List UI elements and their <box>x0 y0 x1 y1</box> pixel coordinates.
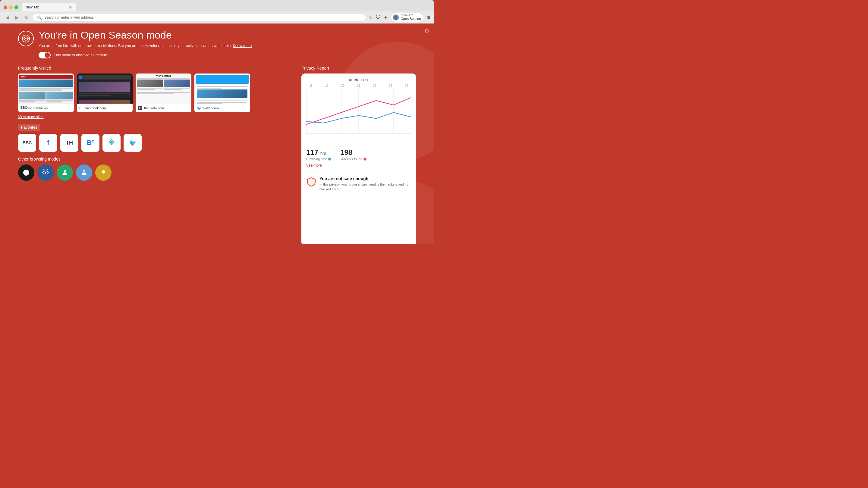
browsing-dot <box>328 158 331 161</box>
shield-icon[interactable]: 🛡 <box>376 15 381 20</box>
favorite-twitter[interactable]: 🐦 <box>124 134 142 152</box>
left-column: Frequently visited BBC <box>18 66 292 238</box>
nav-bar: ◀ ▶ ↻ 🔍 ☆ 🛡 ✦ 👤 DEFAULT Open Season ≡ <box>0 11 434 24</box>
tab-close-button[interactable]: ✕ <box>69 5 72 10</box>
site-card-footer-facebook: f facebook.com <box>77 104 133 112</box>
privacy-report-heading: Privacy Report <box>301 66 416 70</box>
mode-icons <box>18 164 292 181</box>
safety-warning: You are not safe enough In this privacy,… <box>306 172 411 192</box>
site-card-thumb-facebook <box>77 73 133 104</box>
close-button[interactable] <box>4 5 7 9</box>
trackers-value: 198 <box>340 148 367 157</box>
bbc-favicon: BBC <box>21 106 25 110</box>
chart-container: APRIL 2021 18 19 20 21 22 23 24 <box>306 78 411 144</box>
svg-point-8 <box>64 170 66 173</box>
mode-icon <box>18 31 34 46</box>
header-text: You're in Open Season mode You are a fre… <box>38 30 252 59</box>
two-column-layout: Frequently visited BBC <box>18 66 416 238</box>
chart-month: APRIL 2021 <box>306 78 411 82</box>
twitter-favicon: 🐦 <box>197 106 201 110</box>
twitter-thumbnail <box>194 73 250 104</box>
warning-text: In this privacy, your browser can idendi… <box>319 182 411 192</box>
mode-safe-button[interactable] <box>57 164 73 181</box>
bbc-thumbnail: BBC <box>18 73 74 104</box>
mode-title: You're in Open Season mode <box>38 30 252 41</box>
menu-button[interactable]: ≡ <box>427 14 430 21</box>
header-section: You're in Open Season mode You are a fre… <box>18 30 416 59</box>
see-more-link[interactable]: See more <box>306 163 322 167</box>
facebook-thumbnail <box>77 73 133 104</box>
mode-toggle[interactable] <box>38 52 51 59</box>
site-card-twitter[interactable]: 🐦 twitter.com <box>194 73 250 112</box>
thehindu-favicon: TH <box>138 106 142 110</box>
mode-dark-button[interactable] <box>18 164 34 181</box>
minimize-button[interactable] <box>9 5 13 9</box>
new-tab-button[interactable]: + <box>77 3 85 11</box>
svg-point-10 <box>84 171 85 172</box>
site-card-thumb-thehindu: THE HINDU <box>135 73 191 104</box>
extensions-icon[interactable]: ✦ <box>384 15 388 21</box>
other-modes-section: Other browsing modes <box>18 157 292 181</box>
thehindu-url: thehindu.com <box>144 106 164 110</box>
profile-label: DEFAULT <box>401 14 421 17</box>
chart-dates: 18 19 20 21 22 23 24 <box>306 84 411 87</box>
site-card-footer-bbc: BBC bbc.com/news <box>18 104 74 112</box>
thehindu-thumbnail: THE HINDU <box>135 73 191 104</box>
site-cards: BBC <box>18 73 292 112</box>
favorite-bbc[interactable]: BBC <box>18 134 36 152</box>
other-modes-title: Other browsing modes <box>18 157 292 161</box>
view-more-sites-link[interactable]: View more sites <box>18 115 43 119</box>
browser-tab[interactable]: New Tab ✕ <box>22 3 76 11</box>
facebook-url: facebook.com <box>85 106 106 110</box>
chart-stats: 117 hrs Browsing time 198 Trackers found <box>306 148 411 161</box>
frequently-visited-title: Frequently visited <box>18 66 292 70</box>
fullscreen-button[interactable] <box>14 5 18 9</box>
main-content: ⚙ You're in Open Season mode You are a f… <box>0 24 434 244</box>
browsing-time-label: Browsing time <box>306 157 331 161</box>
mode-anon-button[interactable] <box>76 164 92 181</box>
toggle-label: This mode is enabled as default <box>54 53 107 57</box>
favorite-thehindu[interactable]: TH <box>60 134 79 152</box>
favorites-section: Favorites BBC f TH Be <box>18 124 292 152</box>
settings-gear-icon[interactable]: ⚙ <box>424 28 429 34</box>
site-card-thehindu[interactable]: THE HINDU <box>135 73 191 112</box>
favorites-title: Favorites <box>18 124 40 131</box>
warning-content: You are not safe enough In this privacy,… <box>319 176 411 192</box>
mode-kiddo-button[interactable] <box>95 164 112 181</box>
mode-description: You are a free bird with no browser rest… <box>38 43 252 49</box>
refresh-button[interactable]: ↻ <box>23 14 30 21</box>
profile-button[interactable]: 👤 DEFAULT Open Season <box>391 13 424 22</box>
nav-actions: ☆ 🛡 ✦ 👤 DEFAULT Open Season ≡ <box>369 13 430 22</box>
mode-spy-button[interactable] <box>37 164 54 181</box>
toggle-row: This mode is enabled as default <box>38 52 252 59</box>
traffic-lights <box>4 5 18 9</box>
favorite-behance[interactable]: Be <box>82 134 99 152</box>
back-button[interactable]: ◀ <box>4 14 11 21</box>
search-input[interactable] <box>44 15 362 20</box>
bookmark-icon[interactable]: ☆ <box>369 15 373 21</box>
shield-warning-icon <box>306 177 316 187</box>
site-card-footer-twitter: 🐦 twitter.com <box>194 104 250 112</box>
address-bar[interactable]: 🔍 <box>33 13 366 22</box>
profile-text: DEFAULT Open Season <box>401 14 421 21</box>
trackers-label: Trackers found <box>340 157 367 161</box>
browsing-time-stat: 117 hrs Browsing time <box>306 148 331 161</box>
bbc-url: bbc.com/news <box>27 106 48 110</box>
svg-point-7 <box>44 172 46 173</box>
avatar: 👤 <box>393 14 399 21</box>
favorites-icons: BBC f TH Be <box>18 134 292 152</box>
trackers-dot <box>364 158 367 161</box>
favorite-facebook[interactable]: f <box>39 134 57 152</box>
browser-chrome: New Tab ✕ + ◀ ▶ ↻ 🔍 ☆ 🛡 ✦ 👤 DEFAULT Open… <box>0 0 434 24</box>
favorite-vecteezy[interactable] <box>102 134 121 152</box>
know-more-link[interactable]: Know more <box>233 44 252 48</box>
privacy-card: APRIL 2021 18 19 20 21 22 23 24 <box>301 73 416 244</box>
tab-title: New Tab <box>25 5 39 9</box>
warning-title: You are not safe enough <box>319 176 411 181</box>
forward-button[interactable]: ▶ <box>13 14 21 21</box>
toggle-knob <box>44 53 50 58</box>
profile-name: Open Season <box>401 17 421 21</box>
browsing-time-value: 117 hrs <box>306 148 331 157</box>
site-card-facebook[interactable]: f facebook.com <box>77 73 133 112</box>
site-card-bbc[interactable]: BBC <box>18 73 74 112</box>
